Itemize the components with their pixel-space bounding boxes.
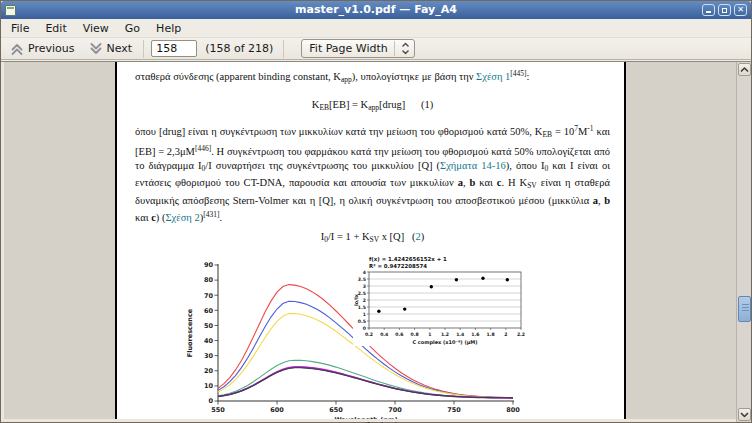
svg-text:0.5: 0.5 xyxy=(358,319,366,324)
vertical-scrollbar[interactable] xyxy=(736,62,751,422)
svg-text:30: 30 xyxy=(204,352,214,360)
svg-text:3.5: 3.5 xyxy=(358,277,366,282)
scrollbar-thumb[interactable] xyxy=(738,296,751,322)
svg-text:20: 20 xyxy=(204,367,214,375)
text-segment: /I = 1 + K xyxy=(328,231,370,242)
svg-text:0.6: 0.6 xyxy=(395,332,403,337)
svg-text:2: 2 xyxy=(504,332,507,337)
text-segment: app xyxy=(368,103,379,112)
maximize-button[interactable] xyxy=(718,4,731,16)
svg-text:70: 70 xyxy=(204,292,214,300)
window-title: master_v1.0.pdf — Fay_A4 xyxy=(1,1,751,19)
text-segment: [drug] (1) xyxy=(379,99,433,110)
text-segment: [431] xyxy=(203,210,219,219)
previous-button[interactable]: Previous xyxy=(6,41,79,57)
menu-help[interactable]: Help xyxy=(148,20,189,37)
text-segment: . xyxy=(219,212,222,223)
svg-text:2.2: 2.2 xyxy=(517,332,525,337)
maximize-icon xyxy=(722,8,727,13)
text-segment: και xyxy=(135,212,151,223)
document-link[interactable]: Σχέση 1 xyxy=(476,71,510,82)
svg-text:4: 4 xyxy=(363,270,366,275)
menu-view[interactable]: View xyxy=(75,20,117,37)
window-frame-left xyxy=(1,62,4,422)
figure-chart: 0102030405060708090550600650700750800Flu… xyxy=(185,253,527,423)
page-number-input[interactable] xyxy=(151,40,197,57)
svg-text:R² = 0.9472208574: R² = 0.9472208574 xyxy=(369,263,427,269)
text-segment: όπου [drug] είναι η συγκέντρωση των μικκ… xyxy=(135,125,542,136)
text-segment: [445] xyxy=(510,69,526,78)
text-segment: b xyxy=(604,195,610,206)
menubar: File Edit View Go Help xyxy=(1,19,751,38)
text-segment: = 10 xyxy=(552,125,574,136)
document-link[interactable]: Σχήματα 14-16 xyxy=(440,160,506,171)
svg-text:600: 600 xyxy=(270,406,284,414)
window-frame-bottom xyxy=(1,419,736,422)
scroll-down-button[interactable] xyxy=(738,408,751,421)
svg-text:Io/Ix: Io/Ix xyxy=(353,293,359,306)
svg-text:90: 90 xyxy=(204,261,214,269)
text-segment: /I συναρτήσει της συγκέντρωσης του μικκυ… xyxy=(205,160,440,171)
equation-2: I0/I = 1 + KSV x [Q] (2) xyxy=(135,229,610,247)
toolbar-separator xyxy=(143,40,144,58)
text-segment: [EB] = K xyxy=(329,99,368,110)
close-button[interactable]: ✕ xyxy=(734,4,747,16)
zoom-mode-select[interactable]: Fit Page Width xyxy=(301,39,414,58)
zoom-mode-value: Fit Page Width xyxy=(309,42,387,55)
menu-go[interactable]: Go xyxy=(117,20,148,37)
svg-text:80: 80 xyxy=(204,276,214,284)
text-segment: ) xyxy=(421,231,425,242)
svg-text:1: 1 xyxy=(363,312,366,317)
close-icon: ✕ xyxy=(737,5,744,14)
text-segment: ), όπου I xyxy=(506,160,545,171)
svg-text:700: 700 xyxy=(388,406,402,414)
svg-text:60: 60 xyxy=(204,307,214,315)
minimize-button[interactable] xyxy=(702,4,715,16)
pdf-viewer-window: master_v1.0.pdf — Fay_A4 ✕ File Edit Vie… xyxy=(0,0,752,423)
svg-text:0.2: 0.2 xyxy=(365,332,373,337)
svg-text:1.4: 1.4 xyxy=(456,332,464,337)
svg-text:2: 2 xyxy=(363,298,366,303)
scroll-up-button[interactable] xyxy=(738,63,751,76)
chevron-down-icon xyxy=(740,412,749,418)
next-button[interactable]: Next xyxy=(85,41,137,57)
svg-text:C complex (x10⁻⁶) (μΜ): C complex (x10⁻⁶) (μΜ) xyxy=(412,339,477,346)
text-segment: EB xyxy=(542,129,552,138)
titlebar: master_v1.0.pdf — Fay_A4 ✕ xyxy=(1,1,751,19)
document-link[interactable]: Σχέση 2 xyxy=(165,212,199,223)
text-segment: σταθερά σύνδεσης (apparent binding const… xyxy=(135,71,341,82)
svg-text:750: 750 xyxy=(447,406,461,414)
text-segment: ) ( xyxy=(156,212,166,223)
svg-text:f(x) = 1.4242656152x + 1: f(x) = 1.4242656152x + 1 xyxy=(369,256,447,262)
text-segment: . Η K xyxy=(501,177,527,188)
body-paragraph: όπου [drug] είναι η συγκέντρωση των μικκ… xyxy=(135,122,610,226)
menu-edit[interactable]: Edit xyxy=(37,20,74,37)
previous-label: Previous xyxy=(28,42,75,55)
pdf-page: σταθερά σύνδεσης (apparent binding const… xyxy=(115,62,626,422)
toolbar: Previous Next (158 of 218) Fit Page Widt… xyxy=(1,38,751,60)
combo-divider xyxy=(394,41,395,56)
text-segment: ), υπολογίστηκε με βάση την xyxy=(352,71,476,82)
svg-text:3: 3 xyxy=(363,284,366,289)
svg-text:800: 800 xyxy=(506,406,520,414)
fluorescence-chart: 0102030405060708090550600650700750800Flu… xyxy=(185,253,527,423)
text-segment: SV xyxy=(527,181,537,190)
spinner-arrows-icon xyxy=(401,41,410,56)
text-segment: M xyxy=(578,125,587,136)
svg-text:40: 40 xyxy=(204,337,214,345)
text-segment: EB xyxy=(319,103,329,112)
double-chevron-down-icon xyxy=(89,42,103,56)
menu-file[interactable]: File xyxy=(3,20,37,37)
double-chevron-up-icon xyxy=(10,42,24,56)
text-segment: app xyxy=(341,75,352,84)
text-segment: : xyxy=(527,71,530,82)
svg-text:0.8: 0.8 xyxy=(411,332,419,337)
minimize-icon xyxy=(706,11,711,13)
document-viewport[interactable]: σταθερά σύνδεσης (apparent binding const… xyxy=(1,61,751,422)
svg-text:1.8: 1.8 xyxy=(487,332,495,337)
svg-text:650: 650 xyxy=(329,406,343,414)
svg-text:0.4: 0.4 xyxy=(380,332,388,337)
svg-text:0: 0 xyxy=(363,326,366,331)
svg-text:550: 550 xyxy=(211,406,225,414)
text-segment: x [Q] ( xyxy=(379,231,415,242)
